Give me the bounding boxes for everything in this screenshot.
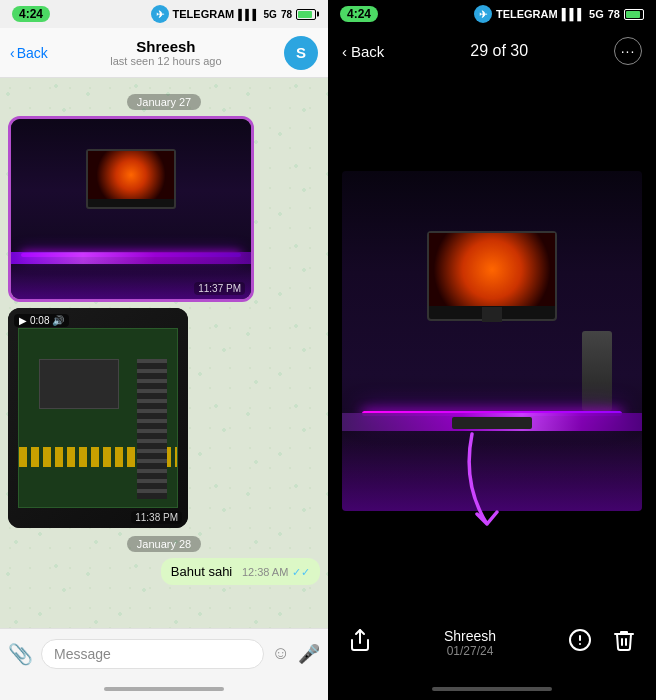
footer-info: Shreesh 01/27/24 (444, 628, 496, 658)
message-row-media1: 11:37 PM (8, 116, 320, 302)
media-bubble-2[interactable]: ▶ 0:08 🔊 11:38 PM (8, 308, 188, 528)
ellipsis-icon: ··· (621, 43, 636, 59)
monitor-stand (482, 307, 502, 322)
attach-button[interactable]: 📎 (8, 642, 33, 666)
message-text: Bahut sahi (171, 564, 232, 579)
chat-messages-area: January 27 11:37 PM (0, 78, 328, 628)
time-left: 4:24 (12, 6, 50, 22)
message-row-media2: ▶ 0:08 🔊 11:38 PM (8, 308, 320, 528)
pcb-chips (39, 359, 119, 409)
chat-header: ‹ Back Shreesh last seen 12 hours ago S (0, 28, 328, 78)
signal-right: ▌▌▌ (562, 8, 585, 20)
viewer-footer: Shreesh 01/27/24 (328, 608, 656, 678)
pcb-render (8, 308, 188, 528)
chevron-left-icon: ‹ (10, 45, 15, 61)
telegram-label-right: TELEGRAM (496, 8, 558, 20)
play-icon: ▶ (19, 315, 27, 326)
viewer-back-label: Back (351, 43, 384, 60)
date-separator-jan27: January 27 (8, 92, 320, 110)
network-left: 5G (264, 9, 277, 20)
home-bar-right (432, 687, 552, 691)
telegram-logo-left: ✈ (151, 5, 169, 23)
footer-date: 01/27/24 (444, 644, 496, 658)
media-bubble-1[interactable]: 11:37 PM (8, 116, 254, 302)
battery-right: 78 (608, 8, 620, 20)
chat-title-area: Shreesh last seen 12 hours ago (48, 38, 284, 67)
telegram-label-left: TELEGRAM (173, 8, 235, 20)
video-duration-badge: ▶ 0:08 🔊 (14, 314, 69, 327)
battery-icon-left (296, 9, 316, 20)
mic-button[interactable]: 🎤 (298, 643, 320, 665)
memory-slots (137, 359, 167, 499)
time-right: 4:24 (340, 6, 378, 22)
message-row-text: Bahut sahi 12:38 AM ✓✓ (8, 558, 320, 585)
purple-glow-full (342, 431, 642, 511)
date-badge-jan28: January 28 (127, 536, 201, 552)
desk-setup-render (11, 119, 251, 299)
sound-icon: 🔊 (52, 315, 64, 326)
home-indicator-right (328, 678, 656, 700)
date-separator-jan28: January 28 (8, 534, 320, 552)
footer-actions-right (568, 628, 636, 658)
monitor-screen (88, 151, 174, 199)
viewer-back-button[interactable]: ‹ Back (342, 43, 384, 60)
chat-status: last seen 12 hours ago (48, 55, 284, 67)
room-items (582, 331, 612, 411)
monitor (86, 149, 176, 209)
viewer-image-area[interactable] (328, 74, 656, 608)
status-right-right: ✈ TELEGRAM ▌▌▌ 5G 78 (474, 5, 644, 23)
media-timestamp-2: 11:38 PM (131, 511, 182, 524)
network-right: 5G (589, 8, 604, 20)
back-label: Back (17, 45, 48, 61)
edit-button[interactable] (568, 628, 592, 658)
double-tick-icon: ✓✓ (292, 566, 310, 578)
viewer-counter: 29 of 30 (470, 42, 528, 60)
telegram-logo-right: ✈ (474, 5, 492, 23)
pcb-board (18, 328, 178, 508)
message-time: 12:38 AM (242, 566, 288, 578)
delete-button[interactable] (612, 628, 636, 658)
chat-input-bar: 📎 Message ☺ 🎤 (0, 628, 328, 678)
input-placeholder: Message (54, 646, 111, 662)
chevron-left-icon-viewer: ‹ (342, 43, 347, 60)
media-timestamp-1: 11:37 PM (194, 282, 245, 295)
viewer-more-button[interactable]: ··· (614, 37, 642, 65)
status-bar-left: 4:24 ✈ TELEGRAM ▌▌▌ 5G 78 (0, 0, 328, 28)
battery-icon-right (624, 9, 644, 20)
date-badge-jan27: January 27 (127, 94, 201, 110)
media-image-2: ▶ 0:08 🔊 11:38 PM (8, 308, 188, 528)
media-image-1: 11:37 PM (11, 119, 251, 299)
battery-left: 78 (281, 9, 292, 20)
chat-avatar[interactable]: S (284, 36, 318, 70)
viewer-header: ‹ Back 29 of 30 ··· (328, 28, 656, 74)
back-button[interactable]: ‹ Back (10, 45, 48, 61)
keyboard (452, 417, 532, 429)
chat-name: Shreesh (48, 38, 284, 55)
monitor-full (427, 231, 557, 321)
status-right-left: ✈ TELEGRAM ▌▌▌ 5G 78 (151, 5, 316, 23)
full-image-render (342, 171, 642, 511)
video-duration: 0:08 (30, 315, 49, 326)
text-bubble: Bahut sahi 12:38 AM ✓✓ (161, 558, 320, 585)
home-indicator-left (0, 678, 328, 700)
footer-sender: Shreesh (444, 628, 496, 644)
right-panel: 4:24 ✈ TELEGRAM ▌▌▌ 5G 78 ‹ Back 29 of 3… (328, 0, 656, 700)
left-panel: 4:24 ✈ TELEGRAM ▌▌▌ 5G 78 ‹ Back Shreesh… (0, 0, 328, 700)
emoji-button[interactable]: ☺ (272, 643, 290, 664)
status-bar-right: 4:24 ✈ TELEGRAM ▌▌▌ 5G 78 (328, 0, 656, 28)
monitor-screen-full (429, 233, 555, 306)
home-bar-left (104, 687, 224, 691)
signal-left: ▌▌▌ (238, 9, 259, 20)
share-button[interactable] (348, 628, 372, 658)
message-input[interactable]: Message (41, 639, 264, 669)
